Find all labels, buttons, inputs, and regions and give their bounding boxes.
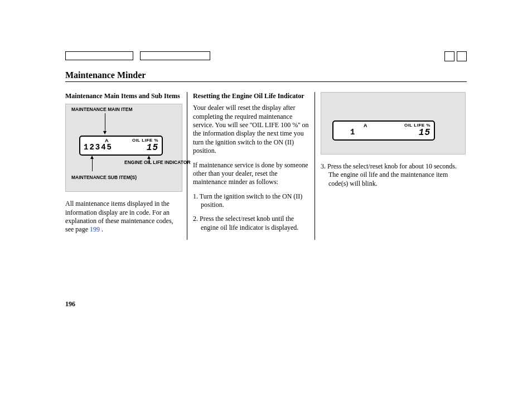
page-link-199[interactable]: 199 bbox=[90, 225, 100, 233]
arrow-line bbox=[92, 159, 93, 171]
step-num: 1. bbox=[193, 192, 198, 200]
step-num: 2. bbox=[193, 215, 198, 223]
placeholder-box bbox=[140, 51, 210, 60]
main-item-label: MAINTENANCE MAIN ITEM bbox=[71, 107, 133, 113]
column-1: Maintenance Main Items and Sub Items MAI… bbox=[65, 92, 187, 240]
column-2: Resetting the Engine Oil Life Indicator … bbox=[187, 92, 315, 240]
header-placeholder-boxes bbox=[65, 51, 467, 60]
lcd-display: A OIL LIFE % 1 15 bbox=[332, 120, 435, 141]
arrow-down-icon bbox=[103, 131, 107, 134]
step-text: Turn the ignition switch to the ON (II) … bbox=[200, 192, 303, 209]
page-title: Maintenance Minder bbox=[65, 70, 467, 82]
lcd-codes: 1 bbox=[350, 128, 355, 138]
lcd-value: 15 bbox=[147, 142, 158, 153]
step-2: 2. Press the select/reset knob until the… bbox=[193, 215, 310, 232]
page-number: 196 bbox=[65, 300, 75, 308]
col2-para2: If maintenance service is done by someon… bbox=[193, 161, 310, 187]
col1-heading: Maintenance Main Items and Sub Items bbox=[65, 92, 182, 100]
placeholder-small-box bbox=[457, 51, 467, 61]
text: All maintenance items displayed in the i… bbox=[65, 200, 173, 233]
lcd-letter-a: A bbox=[364, 123, 367, 129]
step-1: 1. Turn the ignition switch to the ON (I… bbox=[193, 192, 310, 210]
placeholder-small-box bbox=[444, 51, 454, 61]
col2-para1: Your dealer will reset the display after… bbox=[193, 104, 310, 155]
step-text: Press the select/reset knob until the en… bbox=[200, 215, 298, 231]
lcd-value: 15 bbox=[419, 127, 431, 138]
lcd-diagram-2: A OIL LIFE % 1 15 bbox=[321, 92, 466, 154]
lcd-codes: 12345 bbox=[84, 143, 113, 153]
column-3: A OIL LIFE % 1 15 3. Press the select/re… bbox=[315, 92, 466, 240]
arrow-line bbox=[105, 113, 105, 132]
placeholder-box bbox=[65, 51, 133, 60]
oil-life-label: ENGINE OIL LIFE INDICATOR bbox=[124, 160, 169, 165]
step-text: Press the select/reset knob for about 10… bbox=[327, 162, 457, 187]
col1-paragraph: All maintenance items displayed in the i… bbox=[65, 200, 182, 234]
maintenance-diagram: MAINTENANCE MAIN ITEM A OIL LIFE % 12345… bbox=[65, 104, 182, 192]
text: . bbox=[100, 225, 103, 233]
sub-item-label: MAINTENANCE SUB ITEM(S) bbox=[71, 175, 137, 181]
col2-heading: Resetting the Engine Oil Life Indicator bbox=[193, 92, 310, 100]
step-3: 3. Press the select/reset knob for about… bbox=[321, 162, 466, 188]
lcd-display: A OIL LIFE % 12345 15 bbox=[79, 136, 163, 156]
step-num: 3. bbox=[321, 162, 326, 170]
